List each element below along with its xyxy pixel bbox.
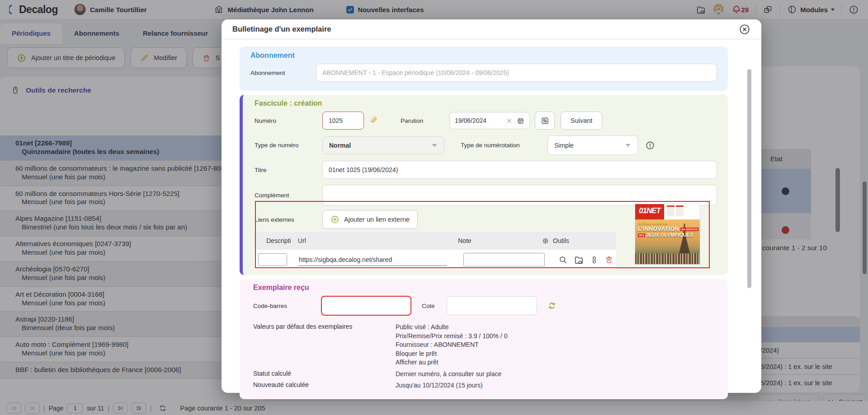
modal-scrollbar[interactable]: [747, 69, 751, 288]
complement-label: Complément: [255, 192, 322, 199]
folder-cloud-icon[interactable]: [574, 255, 584, 265]
cover-inset-boxes: [664, 204, 685, 219]
cover-tagline: SPÉCIAL PARIS 2024: [638, 222, 700, 225]
modal-body: Abonnement Abonnement Fascicule : créati…: [222, 39, 761, 399]
abonnement-label: Abonnement: [250, 70, 316, 76]
delete-link-icon[interactable]: [604, 255, 613, 264]
cover-title-line1: L'INNOVATIONAU SERVICE: [638, 225, 700, 232]
col-url: Url: [298, 237, 458, 244]
warning-icon[interactable]: [645, 140, 655, 150]
external-links-table: Descripti Url Note Outils: [255, 232, 616, 270]
defaults-values: Public visé : AdultePrix/Remise/Prix rem…: [396, 323, 507, 367]
parution-date-field[interactable]: 19/06/2024: [449, 112, 530, 129]
default-value-line: Fournisseur : ABONNEMENT: [396, 340, 507, 350]
external-link-row: [255, 250, 616, 270]
clear-date-icon[interactable]: [506, 118, 512, 124]
titre-label: Titre: [255, 167, 322, 173]
link-description-input[interactable]: [258, 253, 287, 266]
abonnement-section: Abonnement Abonnement: [240, 47, 728, 91]
link-note-input[interactable]: [463, 253, 545, 266]
numbering-settings-button[interactable]: [535, 112, 555, 130]
default-value-line: Afficher au prêt: [396, 358, 507, 367]
statut-label: Statut calculé: [253, 370, 396, 379]
dropdown-arrow-icon: [431, 142, 438, 149]
nouveaute-label: Nouveauté calculée: [253, 381, 396, 390]
sliders-icon: [541, 117, 549, 125]
default-value-line: Bloquer le prêt: [396, 350, 507, 359]
external-links-table-header: Descripti Url Note Outils: [255, 232, 616, 250]
numero-label: Numéro: [255, 117, 322, 124]
col-note: Note: [458, 237, 542, 244]
cote-label: Cote: [422, 303, 447, 309]
close-icon: [739, 23, 750, 35]
default-value-line: Public visé : Adulte: [396, 323, 507, 332]
type-numero-label: Type de numéro: [255, 142, 322, 149]
fascicule-section: Fascicule : création Numéro Parution 19/…: [240, 95, 728, 275]
cover-masthead: 01NET: [635, 204, 664, 219]
magazine-cover: 01NET SPÉCIAL PARIS 2024 L'INNOVATIONAU …: [635, 204, 700, 264]
plus-circle-icon: [330, 215, 340, 224]
type-numero-select[interactable]: Normal: [322, 136, 444, 154]
unlink-icon[interactable]: [590, 256, 599, 264]
liens-externes-label: Liens externes: [255, 216, 322, 223]
type-numerotation-select[interactable]: Simple: [547, 135, 638, 155]
gear-icon: [542, 237, 549, 245]
type-numerotation-label: Type de numérotation: [461, 142, 542, 149]
calendar-icon[interactable]: [517, 117, 524, 125]
bulletinage-modal: Bulletinage d'un exemplaire Abonnement A…: [222, 19, 761, 393]
numero-input[interactable]: [322, 112, 364, 130]
col-outils: Outils: [542, 237, 616, 245]
cote-input[interactable]: [447, 296, 537, 315]
exemplaire-section: Exemplaire reçu Code-barres Cote Valeurs…: [240, 279, 728, 399]
abonnement-heading: Abonnement: [250, 51, 717, 60]
link-row-tools: [558, 255, 613, 265]
modal-header: Bulletinage d'un exemplaire: [222, 19, 761, 39]
abonnement-input[interactable]: [316, 64, 717, 82]
crowd-graphic: [635, 253, 700, 264]
complement-input[interactable]: [322, 185, 717, 205]
code-barres-label: Code-barres: [253, 303, 321, 309]
cover-title-line2: DESJEUX OLYMPIQUES: [638, 232, 700, 238]
paperclip-icon[interactable]: [369, 116, 378, 125]
refresh-icon[interactable]: [547, 301, 557, 311]
search-icon[interactable]: [558, 255, 568, 265]
default-value-line: Prix/Remise/Prix remisé : 3.9 / 100% / 0: [396, 332, 507, 341]
parution-label: Parution: [401, 117, 449, 124]
add-external-link-button[interactable]: Ajouter un lien externe: [322, 210, 418, 229]
code-barres-input[interactable]: [321, 296, 411, 316]
statut-value: Dernier numéro, à consulter sur place: [396, 370, 501, 379]
link-url-input[interactable]: [298, 253, 447, 266]
defaults-label: Valeurs par défaut des exemplaires: [253, 323, 396, 367]
nouveaute-value: Jusqu'au 10/12/2024 (15 jours): [396, 381, 483, 390]
dropdown-arrow-icon: [625, 142, 631, 149]
close-button[interactable]: [739, 23, 750, 35]
fascicule-heading: Fascicule : création: [255, 99, 717, 107]
suivant-number-button[interactable]: Suivant: [561, 112, 602, 130]
modal-title: Bulletinage d'un exemplaire: [232, 25, 331, 33]
titre-input[interactable]: [322, 161, 717, 179]
exemplaire-heading: Exemplaire reçu: [253, 284, 717, 292]
col-description: Descripti: [255, 237, 298, 244]
parution-date-value: 19/06/2024: [455, 117, 502, 124]
cover-photo: SPÉCIAL PARIS 2024 L'INNOVATIONAU SERVIC…: [635, 219, 700, 264]
